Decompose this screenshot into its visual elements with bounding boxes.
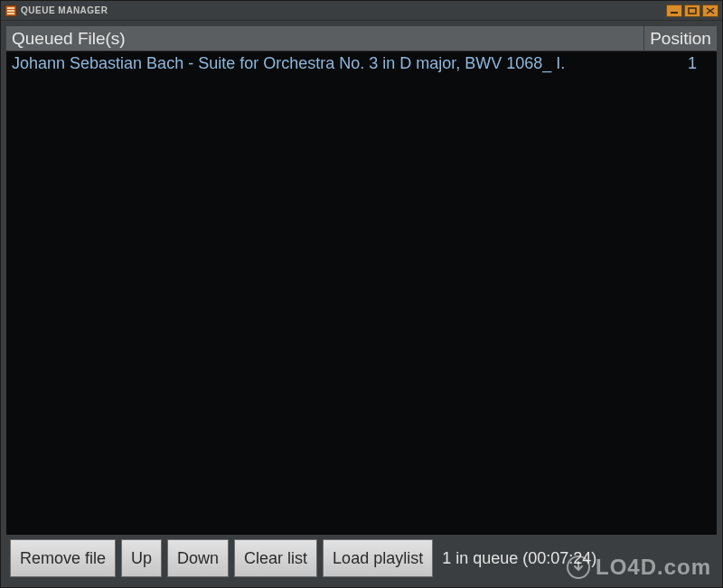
list-item-position: 1 <box>648 54 711 73</box>
content-area: Queued File(s) Position Johann Sebastian… <box>1 21 722 587</box>
maximize-icon <box>688 7 697 14</box>
svg-rect-4 <box>671 12 678 14</box>
minimize-icon <box>670 7 679 14</box>
list-header: Queued File(s) Position <box>6 26 717 51</box>
move-down-button[interactable]: Down <box>167 539 229 577</box>
svg-rect-3 <box>7 13 14 14</box>
titlebar-controls <box>666 5 718 17</box>
close-icon <box>706 7 715 14</box>
queue-list[interactable]: Johann Sebastian Bach - Suite for Orches… <box>6 51 717 535</box>
svg-rect-2 <box>7 10 14 12</box>
bottom-toolbar: Remove file Up Down Clear list Load play… <box>6 535 717 582</box>
minimize-button[interactable] <box>666 5 682 17</box>
column-header-files[interactable]: Queued File(s) <box>6 26 644 51</box>
list-item-name: Johann Sebastian Bach - Suite for Orches… <box>12 54 648 73</box>
remove-file-button[interactable]: Remove file <box>10 539 116 577</box>
svg-rect-1 <box>7 7 14 9</box>
queue-manager-window: QUEUE MANAGER Queued File(s) Position Jo… <box>0 0 723 588</box>
queue-status: 1 in queue (00:07:24) <box>442 549 596 568</box>
clear-list-button[interactable]: Clear list <box>234 539 317 577</box>
column-header-position[interactable]: Position <box>644 26 717 51</box>
window-title: QUEUE MANAGER <box>21 5 666 15</box>
titlebar: QUEUE MANAGER <box>1 1 722 21</box>
app-icon <box>5 5 17 17</box>
svg-rect-5 <box>689 8 696 14</box>
close-button[interactable] <box>702 5 718 17</box>
load-playlist-button[interactable]: Load playlist <box>323 539 433 577</box>
list-item[interactable]: Johann Sebastian Bach - Suite for Orches… <box>6 51 717 75</box>
move-up-button[interactable]: Up <box>121 539 162 577</box>
maximize-button[interactable] <box>684 5 700 17</box>
